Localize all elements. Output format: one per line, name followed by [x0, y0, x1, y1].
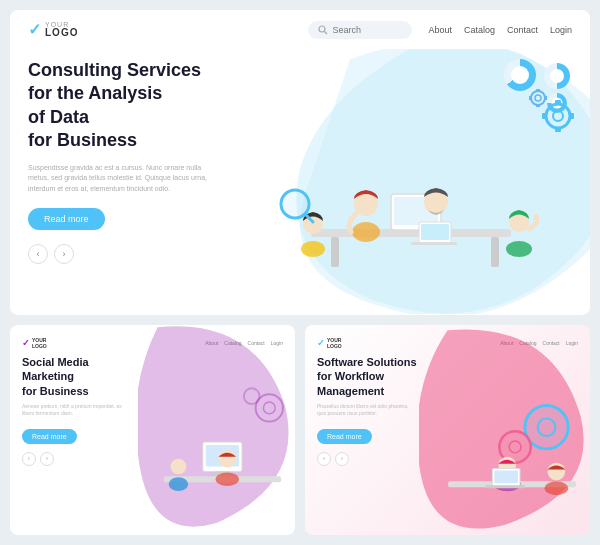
workflow-logo-checkmark: ✓: [317, 338, 325, 348]
search-input[interactable]: [332, 25, 402, 35]
svg-rect-26: [411, 242, 457, 245]
title-line3: of Data: [28, 107, 89, 127]
main-right-panel: [271, 49, 590, 314]
svg-rect-53: [485, 485, 524, 488]
svg-point-38: [219, 449, 237, 467]
svg-point-54: [544, 481, 568, 495]
workflow-illustration: [438, 378, 586, 536]
main-navbar: ✓ YOUR LOGO About Catalog Contact Login: [10, 10, 590, 49]
main-card: ✓ YOUR LOGO About Catalog Contact Login …: [10, 10, 590, 315]
social-card-logo: ✓ YOUR LOGO: [22, 337, 47, 349]
svg-point-20: [352, 222, 380, 242]
svg-point-40: [171, 458, 187, 474]
social-next-arrow[interactable]: ›: [40, 452, 54, 466]
svg-rect-52: [494, 470, 518, 483]
nav-link-login[interactable]: Login: [550, 25, 572, 35]
workflow-title-3: Management: [317, 385, 384, 397]
main-nav-arrows: ‹ ›: [28, 244, 253, 264]
social-logo-checkmark: ✓: [22, 338, 30, 348]
title-line2: for the Analysis: [28, 83, 162, 103]
logo-logo-text: LOGO: [45, 28, 78, 38]
workflow-title-1: Software Solutions: [317, 356, 417, 368]
workflow-prev-arrow[interactable]: ‹: [317, 452, 331, 466]
main-body-text: Suspendisse gravida ac est a cursus. Nun…: [28, 163, 208, 195]
workflow-card: ✓ YOUR LOGO About Catalog Contact Login …: [305, 325, 590, 535]
title-line1: Consulting Services: [28, 60, 201, 80]
svg-rect-15: [331, 237, 339, 267]
workflow-next-arrow[interactable]: ›: [335, 452, 349, 466]
logo-checkmark-icon: ✓: [28, 20, 41, 39]
social-read-more-button[interactable]: Read more: [22, 429, 77, 444]
social-title-1: Social Media: [22, 356, 89, 368]
svg-point-43: [244, 388, 260, 404]
svg-point-55: [547, 462, 565, 480]
workflow-title-2: for Workflow: [317, 370, 384, 382]
nav-link-catalog[interactable]: Catalog: [464, 25, 495, 35]
nav-link-about[interactable]: About: [428, 25, 452, 35]
social-body-text: Aenean pretium, nibh a pretium imperdiet…: [22, 403, 122, 417]
workflow-body-text: Phasellus dictum libero vel odio pharetr…: [317, 403, 417, 417]
next-arrow-button[interactable]: ›: [54, 244, 74, 264]
main-search-box[interactable]: [308, 21, 412, 39]
people-illustration: [271, 84, 590, 314]
svg-point-39: [169, 477, 189, 491]
svg-point-27: [301, 241, 325, 257]
workflow-card-logo: ✓ YOUR LOGO: [317, 337, 342, 349]
svg-rect-25: [421, 224, 449, 240]
svg-point-31: [506, 241, 532, 257]
main-logo: ✓ YOUR LOGO: [28, 20, 78, 39]
main-read-more-button[interactable]: Read more: [28, 208, 105, 230]
social-title-3: for Business: [22, 385, 89, 397]
social-media-card: ✓ YOUR LOGO About Catalog Contact Login …: [10, 325, 295, 535]
svg-point-0: [319, 26, 325, 32]
bottom-cards-row: ✓ YOUR LOGO About Catalog Contact Login …: [10, 325, 590, 535]
search-icon: [318, 25, 328, 35]
svg-line-1: [325, 31, 328, 34]
nav-link-contact[interactable]: Contact: [507, 25, 538, 35]
prev-arrow-button[interactable]: ‹: [28, 244, 48, 264]
workflow-read-more-button[interactable]: Read more: [317, 429, 372, 444]
social-prev-arrow[interactable]: ‹: [22, 452, 36, 466]
main-nav-links: About Catalog Contact Login: [428, 25, 572, 35]
social-logo-logo: LOGO: [32, 343, 47, 349]
social-illustration: [154, 378, 291, 536]
social-title-2: Marketing: [22, 370, 74, 382]
svg-point-42: [264, 402, 276, 414]
main-heading: Consulting Services for the Analysis of …: [28, 59, 253, 153]
title-line4: for Business: [28, 130, 137, 150]
main-left-panel: Consulting Services for the Analysis of …: [10, 49, 271, 314]
main-content-area: Consulting Services for the Analysis of …: [10, 49, 590, 314]
svg-rect-16: [491, 237, 499, 267]
svg-point-37: [216, 472, 239, 486]
workflow-logo-logo: LOGO: [327, 343, 342, 349]
logo-text: YOUR LOGO: [45, 21, 78, 38]
